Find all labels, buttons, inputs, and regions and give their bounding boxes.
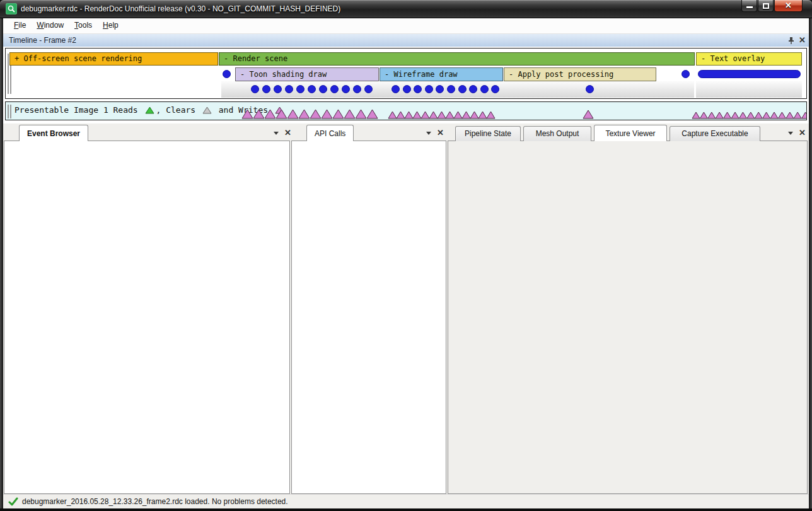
- reads-triangle-icon: [145, 106, 154, 114]
- close-button[interactable]: ✕: [774, 0, 803, 12]
- window-frame-right: [809, 18, 812, 511]
- timeline-event-dot[interactable]: [392, 85, 400, 93]
- timeline-event-dot[interactable]: [262, 85, 270, 93]
- timeline-event-dot[interactable]: [458, 85, 467, 93]
- timeline-event-dot[interactable]: [308, 85, 316, 93]
- panel-menu-icon[interactable]: [274, 132, 279, 135]
- window-title: debugmarker.rdc - RenderDoc Unofficial r…: [21, 4, 340, 13]
- menu-bar: FileWindowToolsHelp: [3, 18, 809, 34]
- timeline-event-dot[interactable]: [682, 70, 690, 78]
- event-browser-tabbar: Event Browser ✕: [4, 125, 290, 141]
- timeline-grip[interactable]: [8, 54, 9, 94]
- resource-row-grip[interactable]: [8, 105, 9, 118]
- tab-capture-executable[interactable]: Capture Executable: [670, 126, 760, 141]
- texture-viewer-panel: [448, 141, 808, 494]
- timeline-close-icon[interactable]: ✕: [799, 37, 806, 44]
- writes-triangle-icon: [275, 106, 284, 114]
- tab-mesh-output[interactable]: Mesh Output: [523, 126, 591, 141]
- panel-menu-icon[interactable]: [426, 132, 431, 135]
- event-browser-panel: [4, 141, 290, 494]
- menu-tools[interactable]: Tools: [74, 21, 92, 30]
- timeline-event-dot[interactable]: [330, 85, 339, 93]
- tab-event-browser[interactable]: Event Browser: [19, 125, 88, 141]
- menu-file[interactable]: File: [14, 21, 26, 30]
- status-message: debugmarker_2016.05.28_12.33.26_frame2.r…: [22, 497, 288, 506]
- timeline-event-dot[interactable]: [403, 85, 411, 93]
- resource-usage-label: Presentable Image 1 Reads , Clears and W…: [14, 105, 286, 115]
- timeline-marker-toon-shading-draw[interactable]: - Toon shading draw: [235, 67, 379, 81]
- resource-row-grip[interactable]: [10, 105, 11, 118]
- api-calls-tabbar: API Calls ✕: [291, 125, 446, 141]
- tab-texture-viewer[interactable]: Texture Viewer: [594, 125, 667, 141]
- texture-viewer-tabbar: ✕ Pipeline StateMesh OutputTexture Viewe…: [448, 125, 808, 141]
- timeline-marker-text-overlay[interactable]: - Text overlay: [696, 52, 802, 66]
- close-icon: ✕: [785, 1, 792, 10]
- timeline-event-dot[interactable]: [425, 85, 433, 93]
- renderdoc-logo-icon: [6, 3, 17, 14]
- clears-triangle-icon: [202, 106, 212, 114]
- menu-help[interactable]: Help: [103, 21, 119, 30]
- status-ok-icon: [8, 497, 19, 507]
- pin-icon[interactable]: [787, 37, 794, 45]
- title-bar[interactable]: debugmarker.rdc - RenderDoc Unofficial r…: [0, 0, 812, 18]
- timeline-title: Timeline - Frame #2: [9, 36, 76, 45]
- timeline-event-dot[interactable]: [364, 85, 373, 93]
- timeline-band: [696, 81, 802, 98]
- status-bar: debugmarker_2016.05.28_12.33.26_frame2.r…: [3, 494, 809, 508]
- timeline-marker-apply-post-processing[interactable]: - Apply post processing: [504, 67, 656, 81]
- timeline-event-dot[interactable]: [274, 85, 282, 93]
- tab-api-calls[interactable]: API Calls: [306, 125, 354, 141]
- timeline-event-dot[interactable]: [296, 85, 304, 93]
- timeline-event-dot[interactable]: [251, 85, 259, 93]
- timeline-marker-render-scene[interactable]: - Render scene: [219, 52, 695, 66]
- timeline-event-dot[interactable]: [480, 85, 489, 93]
- api-calls-close-icon[interactable]: ✕: [437, 129, 444, 137]
- timeline-event-dot[interactable]: [447, 85, 455, 93]
- timeline-body[interactable]: + Off-screen scene rendering- Render sce…: [5, 48, 807, 99]
- tab-pipeline-state[interactable]: Pipeline State: [455, 126, 521, 141]
- minimize-button[interactable]: [741, 0, 757, 12]
- maximize-button[interactable]: [758, 0, 774, 12]
- timeline-event-strip[interactable]: [698, 70, 801, 78]
- timeline-event-dot[interactable]: [319, 85, 327, 93]
- timeline-event-dot[interactable]: [586, 85, 594, 93]
- timeline-event-dot[interactable]: [342, 85, 350, 93]
- timeline-event-dot[interactable]: [223, 70, 231, 78]
- timeline-resource-row[interactable]: Presentable Image 1 Reads , Clears and W…: [5, 101, 807, 120]
- timeline-marker-wireframe-draw[interactable]: - Wireframe draw: [380, 67, 503, 81]
- window-frame-bottom: [0, 508, 812, 511]
- event-browser-close-icon[interactable]: ✕: [284, 129, 291, 137]
- timeline-event-dot[interactable]: [353, 85, 361, 93]
- panel-close-icon[interactable]: ✕: [799, 129, 806, 137]
- api-calls-panel: [291, 141, 446, 494]
- timeline-marker-off-screen-scene-rendering[interactable]: + Off-screen scene rendering: [9, 52, 218, 66]
- panel-menu-icon[interactable]: [788, 132, 793, 135]
- menu-window[interactable]: Window: [37, 21, 64, 30]
- timeline-event-dot[interactable]: [285, 85, 293, 93]
- timeline-panel-header: Timeline - Frame #2 ✕: [3, 34, 809, 47]
